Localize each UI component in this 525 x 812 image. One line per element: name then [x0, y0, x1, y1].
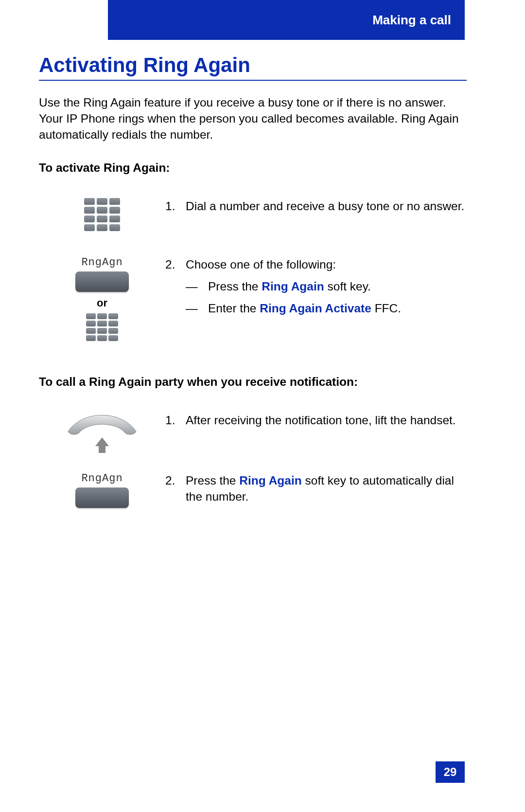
- opt2-keyword: Ring Again Activate: [260, 302, 371, 315]
- option-1: Press the Ring Again soft key.: [208, 278, 371, 294]
- page-content: Activating Ring Again Use the Ring Again…: [39, 54, 467, 508]
- handset-svg-icon: [63, 412, 141, 436]
- softkey-or-keypad-col: RngAgn or: [39, 256, 165, 341]
- softkey-icon: [75, 487, 129, 508]
- softkey-lcd-label: RngAgn: [81, 472, 122, 485]
- page-number-badge: 29: [436, 761, 465, 783]
- lift-handset-icon: [63, 412, 141, 453]
- softkey-graphic: RngAgn: [75, 472, 129, 508]
- callback-step-1-text: 1. After receiving the notification tone…: [165, 412, 467, 428]
- header-section-tab: Making a call: [108, 0, 465, 40]
- callback-step-2-row: RngAgn 2. Press the Ring Again soft key …: [39, 472, 467, 508]
- step-number: 2.: [165, 256, 186, 272]
- step2-keyword: Ring Again: [239, 474, 301, 487]
- option-2: Enter the Ring Again Activate FFC.: [208, 300, 401, 316]
- step-text: Press the Ring Again soft key to automat…: [186, 472, 467, 505]
- dash: —: [186, 278, 208, 294]
- callback-heading: To call a Ring Again party when you rece…: [39, 375, 467, 389]
- step-number: 1.: [165, 198, 186, 214]
- softkey-lcd-label: RngAgn: [81, 256, 122, 269]
- opt1-post: soft key.: [324, 280, 371, 293]
- page-title: Activating Ring Again: [39, 54, 467, 81]
- activate-step-2-row: RngAgn or 2. Choose one of the following…: [39, 256, 467, 341]
- header-section-label: Making a call: [372, 13, 451, 28]
- arrow-up-icon: [95, 437, 109, 446]
- softkey-graphic: RngAgn: [75, 256, 129, 292]
- activate-step-2-text: 2. Choose one of the following: — Press …: [165, 256, 467, 316]
- or-label: or: [97, 297, 107, 309]
- callback-step-2-text: 2. Press the Ring Again soft key to auto…: [165, 472, 467, 505]
- step-lead: Choose one of the following:: [186, 256, 336, 272]
- step-text: After receiving the notification tone, l…: [186, 412, 456, 428]
- softkey-icon-col: RngAgn: [39, 472, 165, 508]
- page-number: 29: [444, 765, 457, 779]
- step2-pre: Press the: [186, 474, 239, 487]
- arrow-stem-icon: [99, 446, 105, 453]
- step-number: 1.: [165, 412, 186, 428]
- keypad-icon-col: [39, 198, 165, 231]
- keypad-icon-small: [86, 313, 118, 341]
- step-number: 2.: [165, 472, 186, 505]
- keypad-icon: [84, 198, 120, 231]
- opt1-pre: Press the: [208, 280, 262, 293]
- opt2-pre: Enter the: [208, 302, 260, 315]
- activate-heading: To activate Ring Again:: [39, 161, 467, 175]
- callback-step-1-row: 1. After receiving the notification tone…: [39, 412, 467, 453]
- handset-icon-col: [39, 412, 165, 453]
- activate-step-1-row: 1. Dial a number and receive a busy tone…: [39, 198, 467, 231]
- dash: —: [186, 300, 208, 316]
- activate-step-1-text: 1. Dial a number and receive a busy tone…: [165, 198, 467, 214]
- intro-paragraph: Use the Ring Again feature if you receiv…: [39, 94, 467, 143]
- step-text: Dial a number and receive a busy tone or…: [186, 198, 464, 214]
- opt1-keyword: Ring Again: [262, 280, 324, 293]
- softkey-icon: [75, 271, 129, 292]
- opt2-post: FFC.: [371, 302, 401, 315]
